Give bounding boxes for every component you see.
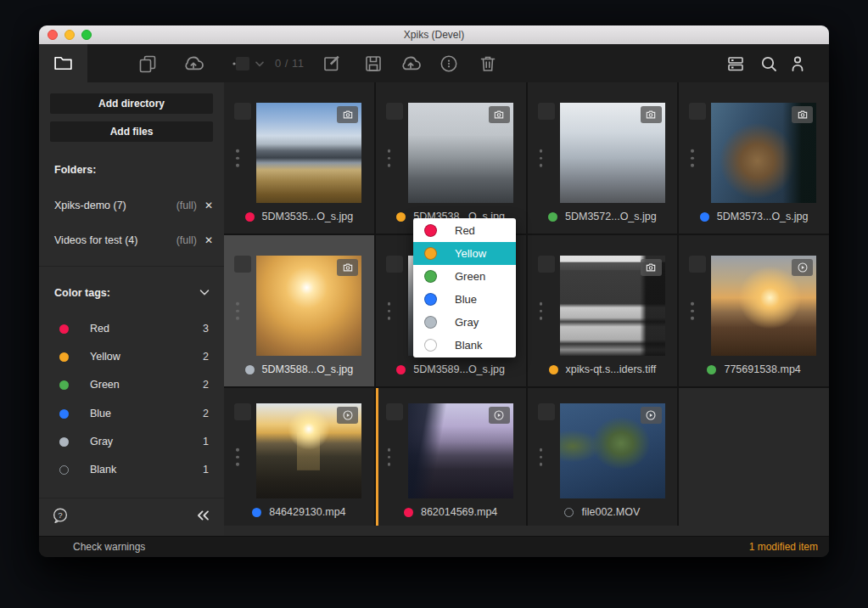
color-tag-dot[interactable] [245,212,255,222]
color-tag-dot[interactable] [700,212,709,222]
collapse-sidebar-icon[interactable] [193,506,212,528]
folder-status: (full) [176,200,197,211]
color-tag-dot[interactable] [549,365,558,374]
color-tag-filter[interactable]: Blue 2 [39,403,224,425]
thumbnail[interactable] [256,256,361,356]
remove-folder-icon[interactable]: ✕ [204,234,213,246]
drag-handle-icon[interactable] [691,302,694,320]
cell-checkbox[interactable] [386,403,403,420]
media-cell-selected[interactable]: 5DM3588...O_s.jpg [224,235,374,386]
drag-handle-icon[interactable] [388,302,391,320]
sidebar: Add directory Add files Folders: Xpiks-d… [39,82,224,536]
drag-handle-icon[interactable] [540,448,543,466]
collapse-tags-chevron-icon[interactable] [197,284,212,300]
media-cell[interactable]: 5DM3535...O_s.jpg [224,82,374,234]
thumbnail[interactable] [711,103,816,203]
cell-checkbox[interactable] [689,103,706,120]
edit-icon[interactable] [322,53,342,74]
add-files-button[interactable]: Add files [50,121,213,142]
thumbnail[interactable] [408,103,513,203]
add-directory-button[interactable]: Add directory [50,93,213,114]
user-icon[interactable] [787,53,808,74]
folder-icon [53,53,74,74]
popup-item-gray[interactable]: Gray [413,311,516,334]
save-icon[interactable] [363,53,384,74]
drag-handle-icon[interactable] [388,448,391,466]
tab-folders[interactable] [39,44,87,82]
drag-handle-icon[interactable] [236,448,239,466]
thumbnail[interactable] [256,103,361,203]
media-cell[interactable]: xpiks-qt.s...iders.tiff [528,235,678,386]
chevron-down-icon[interactable] [253,57,266,70]
camera-icon [641,106,662,123]
color-tag-filter[interactable]: Gray 1 [39,431,224,453]
drag-handle-icon[interactable] [540,302,543,320]
color-tag-dot[interactable] [707,365,716,374]
color-tag-dot[interactable] [252,508,261,517]
thumbnail[interactable] [711,256,816,356]
cell-checkbox[interactable] [234,103,251,120]
color-tag-filter[interactable]: Red 3 [39,318,224,340]
cell-checkbox[interactable] [538,256,555,273]
popup-item-red[interactable]: Red [413,219,516,242]
filename-label: 5DM3535...O_s.jpg [262,211,354,222]
thumbnail[interactable] [560,103,665,203]
remove-folder-icon[interactable]: ✕ [204,200,213,211]
trash-icon[interactable] [478,53,498,74]
check-warnings-link[interactable]: Check warnings [73,541,145,553]
media-cell[interactable]: 846429130.mp4 [224,388,374,526]
cell-checkbox[interactable] [234,403,251,420]
color-tag-dot[interactable] [396,212,406,222]
cell-checkbox[interactable] [538,103,555,120]
popup-item-green[interactable]: Green [413,265,516,288]
media-cell[interactable]: 5DM3572...O_s.jpg [528,82,678,234]
sidebar-footer: ? [39,498,224,536]
drag-handle-icon[interactable] [236,302,239,320]
cell-checkbox[interactable] [234,256,251,273]
thumbnail[interactable] [560,403,665,498]
media-cell[interactable]: 5DM3573...O_s.jpg [679,82,829,234]
cell-checkbox[interactable] [538,403,555,420]
rows-view-icon[interactable] [725,53,746,74]
popup-item-blue[interactable]: Blue [413,288,516,311]
color-tag-filter[interactable]: Green 2 [39,374,224,396]
drag-handle-icon[interactable] [388,149,391,167]
color-tag-filter[interactable]: Yellow 2 [39,346,224,368]
tag-dot [424,316,437,329]
folder-item[interactable]: Xpiks-demo (7) (full) ✕ [54,194,213,217]
select-all-checkbox[interactable] [236,57,249,70]
thumbnail[interactable] [560,256,665,356]
media-cell[interactable]: 5DM3538...O_s.jpg [376,82,526,234]
color-tag-dot[interactable] [404,508,413,517]
cell-checkbox[interactable] [386,103,403,120]
filename-label: 5DM3589...O_s.jpg [413,363,505,375]
search-icon[interactable] [759,53,779,74]
cell-checkbox[interactable] [689,256,706,273]
media-cell[interactable]: file002.MOV [528,388,678,526]
thumbnail[interactable] [256,403,361,498]
cell-checkbox[interactable] [386,256,403,273]
drag-handle-icon[interactable] [540,149,543,167]
info-more-icon[interactable] [439,53,459,74]
drag-handle-icon[interactable] [691,149,694,167]
color-tag-dot[interactable] [564,508,574,517]
color-tag-dot[interactable] [548,212,557,222]
color-tag-dot[interactable] [245,365,255,374]
folder-item[interactable]: Videos for test (4) (full) ✕ [54,229,213,251]
cloud-upload-left-icon[interactable] [182,52,205,76]
thumbnail[interactable] [408,403,513,498]
modified-items-status: 1 modified item [749,541,818,553]
color-tag-dot[interactable] [396,365,406,374]
media-cell[interactable]: 775691538.mp4 [679,235,829,386]
help-icon[interactable]: ? [51,506,70,528]
filename-row: 846429130.mp4 [224,506,374,518]
cloud-upload-icon[interactable] [399,52,423,76]
color-tag-filter[interactable]: Blank 1 [39,459,224,481]
popup-item-blank[interactable]: Blank [413,334,516,357]
media-cell-modified[interactable]: 862014569.mp4 [376,388,526,526]
drag-handle-icon[interactable] [236,149,239,167]
popup-item-yellow-selected[interactable]: Yellow [413,242,516,265]
filename-row: 862014569.mp4 [376,506,526,518]
copy-icon[interactable] [137,53,158,74]
play-icon [337,407,358,424]
